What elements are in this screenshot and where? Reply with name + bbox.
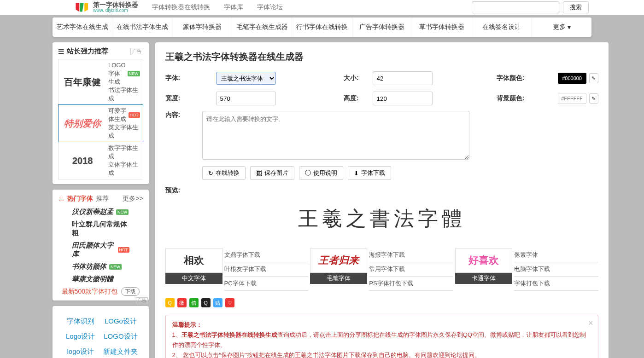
hot-item[interactable]: 书体坊颜体NEW xyxy=(72,262,129,271)
recommend-panel: ☰站长强力推荐 广告 百年康健 LOGO字体生成NEW书法字体生成 特别爱你 可… xyxy=(53,42,149,184)
card-link[interactable]: 像素字体 xyxy=(514,248,598,262)
width-input[interactable] xyxy=(216,92,276,105)
topbar: 第一字体转换器www. diyiziti.com 字体转换器在线转换 字体库 字… xyxy=(0,0,644,15)
quick-link[interactable]: LOGO设计 xyxy=(102,332,139,341)
size-input[interactable] xyxy=(373,71,433,85)
card-caption[interactable]: 卡通字体 xyxy=(455,273,512,284)
qzone-icon[interactable]: Q xyxy=(165,298,175,307)
page-title: 王羲之书法字体转换器在线生成器 xyxy=(165,51,598,63)
font-color-label: 字体颜色: xyxy=(465,74,525,82)
card-thumb: 相欢 xyxy=(165,248,222,273)
top-link[interactable]: 字体转换器在线转换 xyxy=(152,3,210,12)
preview-text: 王羲之書法字體 xyxy=(298,205,466,232)
rec-item[interactable]: 特别爱你 可爱字体生成HOT英文字体生成 xyxy=(58,104,143,142)
rec-item[interactable]: 2018 数字字体生成立体字体生成 xyxy=(58,142,143,179)
search-button[interactable]: 搜索 xyxy=(563,1,589,13)
hot-panel: ♨热门字体推荐 更多>> 汉仪新蒂赵孟NEW 叶立群几何常规体粗 田氏颜体大字库… xyxy=(53,190,149,300)
main-nav: 艺术字体在线生成 在线书法字体生成 篆体字转换器 毛笔字在线生成器 行书字体在线… xyxy=(53,17,591,37)
nav-item[interactable]: 在线书法字体生成 xyxy=(112,17,172,37)
save-image-button[interactable]: 🖼保存图片 xyxy=(250,166,294,180)
top-links: 字体转换器在线转换 字体库 字体论坛 xyxy=(152,3,283,12)
bg-color-label: 背景颜色: xyxy=(465,94,525,103)
hot-item[interactable]: 華康文徽明體 xyxy=(72,275,129,283)
quick-link[interactable]: 新建文件夹 xyxy=(102,347,139,356)
card-caption[interactable]: 毛笔字体 xyxy=(310,273,367,284)
card-link[interactable]: 文鼎字体下载 xyxy=(224,248,309,262)
height-label: 高度: xyxy=(313,94,359,103)
nav-item[interactable]: 行书字体在线转换 xyxy=(292,17,352,37)
quick-link[interactable]: 字体识别 xyxy=(62,317,99,326)
card-link[interactable]: 叶根友字体下载 xyxy=(224,262,309,277)
ad-tag: 广告 xyxy=(130,48,143,55)
card-link[interactable]: PC字体下载 xyxy=(224,277,309,291)
panel-title: 站长强力推荐 xyxy=(67,47,108,56)
nav-item[interactable]: 广告字体转换器 xyxy=(352,17,412,37)
preview-label: 预览: xyxy=(165,186,598,195)
download-button[interactable]: 下载 xyxy=(121,287,140,296)
ad-tag: 广告 xyxy=(136,297,148,303)
rec-thumb: 2018 xyxy=(61,152,104,169)
quick-links-panel: 字体识别 LOGo设计 Logo设计 LOGO设计 logo设计 新建文件夹 印… xyxy=(53,306,149,358)
bg-color-value[interactable]: #FFFFFF xyxy=(558,93,586,104)
card-link[interactable]: PS字体打包下载 xyxy=(369,277,453,291)
info-icon: ⓘ xyxy=(305,169,311,177)
card-thumb: 王者归来 xyxy=(310,248,367,273)
list-icon: ☰ xyxy=(58,47,64,56)
top-link[interactable]: 字体库 xyxy=(224,3,243,12)
content-textarea[interactable] xyxy=(202,111,469,160)
color-picker-icon[interactable]: ✎ xyxy=(589,93,598,104)
nav-item[interactable]: 篆体字转换器 xyxy=(172,17,232,37)
site-logo[interactable]: 第一字体转换器www. diyiziti.com xyxy=(74,2,138,13)
convert-button[interactable]: ↻在线转换 xyxy=(202,166,246,180)
top-link[interactable]: 字体论坛 xyxy=(257,3,283,12)
tip-box: × 温馨提示： 1、王羲之书法字体转换器在线转换生成查询成功后，请点击上面的分享… xyxy=(165,315,598,358)
content-label: 内容: xyxy=(165,111,188,119)
font-label: 字体: xyxy=(165,74,202,82)
share-icon[interactable]: ♡ xyxy=(225,298,234,307)
card-thumb: 好喜欢 xyxy=(455,248,512,273)
help-button[interactable]: ⓘ使用说明 xyxy=(299,166,343,180)
flame-icon: ♨ xyxy=(58,194,64,203)
nav-more[interactable]: 更多 ▾ xyxy=(532,17,591,37)
card-link[interactable]: 常用字体下载 xyxy=(369,262,453,277)
nav-item[interactable]: 在线签名设计 xyxy=(472,17,532,37)
rec-thumb: 百年康健 xyxy=(61,73,104,91)
font-color-value[interactable]: #000000 xyxy=(558,73,586,84)
close-icon[interactable]: × xyxy=(588,318,593,328)
refresh-icon: ↻ xyxy=(208,170,213,177)
main-panel: 王羲之书法字体转换器在线生成器 字体: 王羲之书法字体 大小: 字体颜色: #0… xyxy=(155,42,609,358)
quick-link[interactable]: LOGo设计 xyxy=(102,317,139,326)
card-link[interactable]: 电脑字体下载 xyxy=(514,262,598,277)
chevron-down-icon: ▾ xyxy=(568,23,571,31)
rec-item[interactable]: 百年康健 LOGO字体生成NEW书法字体生成 xyxy=(58,59,143,105)
wechat-icon[interactable]: 信 xyxy=(189,298,199,307)
hot-item[interactable]: 田氏颜体大字库HOT xyxy=(72,241,129,259)
more-link[interactable]: 更多>> xyxy=(123,195,143,203)
quick-link[interactable]: Logo设计 xyxy=(62,332,99,341)
font-select[interactable]: 王羲之书法字体 xyxy=(216,72,276,85)
share-bar: Q 微 信 Q 贴 ♡ xyxy=(165,298,598,307)
category-cards: 相欢中文字体 文鼎字体下载叶根友字体下载PC字体下载 王者归来毛笔字体 海报字体… xyxy=(165,248,598,291)
nav-item[interactable]: 艺术字体在线生成 xyxy=(53,17,112,37)
size-label: 大小: xyxy=(313,74,359,82)
nav-item[interactable]: 草书字体转换器 xyxy=(412,17,472,37)
weibo-icon[interactable]: 微 xyxy=(177,298,187,307)
hot-title: 热门字体 xyxy=(67,195,93,203)
pack-link[interactable]: 最新500款字体打包 xyxy=(62,288,117,296)
card-caption[interactable]: 中文字体 xyxy=(165,273,222,284)
hot-item[interactable]: 叶立群几何常规体粗 xyxy=(72,220,129,237)
nav-item[interactable]: 毛笔字在线生成器 xyxy=(232,17,292,37)
rec-thumb: 特别爱你 xyxy=(61,115,104,132)
image-icon: 🖼 xyxy=(256,170,262,177)
height-input[interactable] xyxy=(373,92,433,105)
card-link[interactable]: 海报字体下载 xyxy=(369,248,453,262)
search-input[interactable] xyxy=(472,1,559,13)
card-link[interactable]: 字体打包下载 xyxy=(514,277,598,291)
hot-item[interactable]: 汉仪新蒂赵孟NEW xyxy=(72,208,129,216)
width-label: 宽度: xyxy=(165,94,202,103)
qq-icon[interactable]: Q xyxy=(201,298,211,307)
font-download-button[interactable]: ⬇字体下载 xyxy=(348,166,391,180)
tieba-icon[interactable]: 贴 xyxy=(213,298,222,307)
color-picker-icon[interactable]: ✎ xyxy=(589,73,598,83)
quick-link[interactable]: logo设计 xyxy=(62,347,99,356)
